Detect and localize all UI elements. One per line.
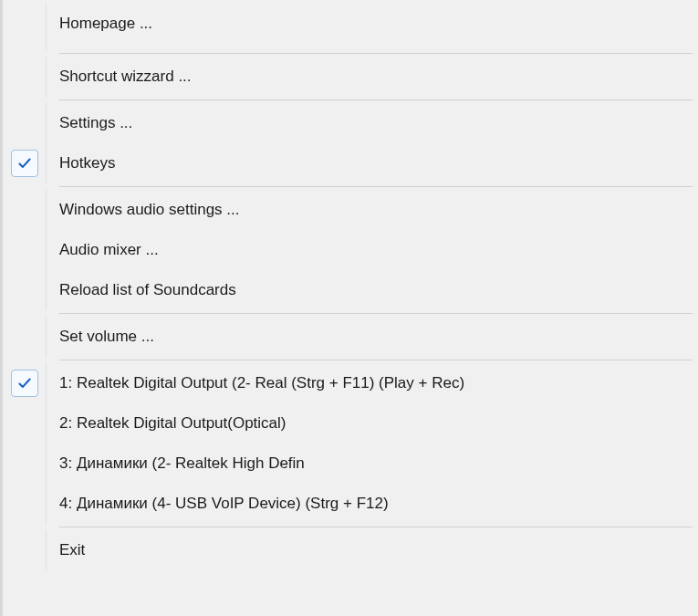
menu-label: Hotkeys xyxy=(59,154,115,172)
menu-item-device-4[interactable]: 4: Динамики (4- USB VoIP Device) (Strg +… xyxy=(3,484,698,524)
separator-line xyxy=(59,360,693,360)
menu-label: Audio mixer ... xyxy=(59,241,159,259)
menu-item-homepage[interactable]: Homepage ... xyxy=(3,4,698,44)
menu-item-settings[interactable]: Settings ... xyxy=(3,103,698,143)
menu-label: Homepage ... xyxy=(59,15,152,33)
check-column xyxy=(3,57,47,97)
check-column xyxy=(3,143,47,183)
menu-item-exit[interactable]: Exit xyxy=(3,530,698,570)
menu-item-shortcut-wizard[interactable]: Shortcut wizzard ... xyxy=(3,57,698,97)
check-column xyxy=(3,530,47,570)
separator-line xyxy=(59,527,693,527)
menu-label: Settings ... xyxy=(59,114,132,132)
check-column xyxy=(3,363,47,403)
menu-label: 1: Realtek Digital Output (2- Real (Strg… xyxy=(59,374,464,392)
menu-label: Reload list of Soundcards xyxy=(59,281,236,299)
check-icon xyxy=(11,370,38,397)
menu-item-hotkeys[interactable]: Hotkeys xyxy=(3,143,698,183)
check-column xyxy=(3,190,47,230)
menu-item-device-1[interactable]: 1: Realtek Digital Output (2- Real (Strg… xyxy=(3,363,698,403)
separator-line xyxy=(59,313,693,314)
check-column xyxy=(3,403,47,444)
menu-separator xyxy=(3,44,698,50)
menu-label: Windows audio settings ... xyxy=(59,201,239,219)
separator-line xyxy=(59,186,693,187)
menu-label: Exit xyxy=(59,541,85,559)
menu-label: 2: Realtek Digital Output(Optical) xyxy=(59,414,286,433)
menu-item-device-3[interactable]: 3: Динамики (2- Realtek High Defin xyxy=(3,444,698,484)
menu-item-audio-mixer[interactable]: Audio mixer ... xyxy=(3,230,698,270)
check-icon xyxy=(11,150,38,177)
menu-label: Shortcut wizzard ... xyxy=(59,68,192,86)
menu-item-device-2[interactable]: 2: Realtek Digital Output(Optical) xyxy=(3,403,698,444)
menu-item-reload-soundcards[interactable]: Reload list of Soundcards xyxy=(3,270,698,310)
check-column xyxy=(3,484,47,524)
menu-label: Set volume ... xyxy=(59,328,154,346)
check-column xyxy=(3,317,47,357)
check-column xyxy=(3,444,47,484)
context-menu: Homepage ... Shortcut wizzard ... Settin… xyxy=(0,0,698,616)
check-column xyxy=(3,230,47,270)
check-column xyxy=(3,270,47,310)
separator-line xyxy=(59,99,693,100)
menu-item-set-volume[interactable]: Set volume ... xyxy=(3,317,698,357)
menu-item-windows-audio[interactable]: Windows audio settings ... xyxy=(3,190,698,230)
menu-label: 4: Динамики (4- USB VoIP Device) (Strg +… xyxy=(59,495,389,513)
menu-label: 3: Динамики (2- Realtek High Defin xyxy=(59,454,305,473)
separator-line xyxy=(59,53,693,54)
check-column xyxy=(3,103,47,143)
check-column xyxy=(3,4,47,44)
